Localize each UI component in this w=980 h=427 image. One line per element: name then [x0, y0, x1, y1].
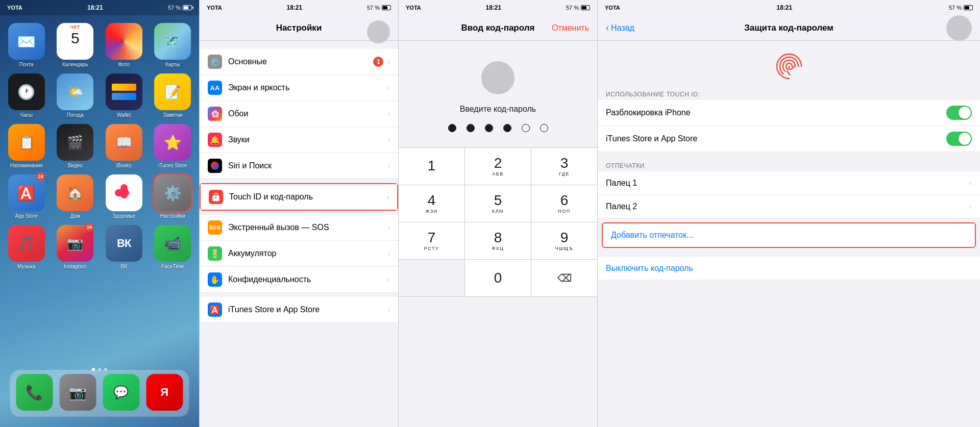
app-photos[interactable]: Фото [103, 23, 145, 67]
app-health[interactable]: Здоровье [103, 174, 145, 219]
settings-icon-screen: AA [208, 81, 222, 95]
app-app-store[interactable]: 16 🅰️ App Store [5, 174, 48, 219]
home-label: Дом [70, 213, 80, 219]
numpad-4[interactable]: 4 ЖЗИ [399, 185, 464, 222]
status-bar: YOTA 18:21 57 % [0, 0, 199, 15]
settings-nav-bar: Настройки [200, 15, 398, 41]
app-vk[interactable]: ВК ВК [103, 225, 145, 269]
numpad-7[interactable]: 7 РСТУ [399, 222, 464, 259]
itunes-store-label: iTunes Store [158, 163, 187, 168]
dock-yandex[interactable]: Я [145, 374, 184, 413]
toggle-unlock-iphone[interactable]: Разблокировка iPhone [598, 100, 980, 126]
numpad-8[interactable]: 8 ФХЦ [465, 222, 531, 259]
weather-icon: 🌤️ [57, 73, 93, 110]
vk-icon: ВК [106, 225, 142, 262]
passcode-avatar [481, 61, 514, 94]
passcode-prompt: Введите код-пароль [399, 105, 597, 114]
settings-item-touchid[interactable]: Touch ID и код-пароль › [201, 184, 397, 210]
ibooks-label: iBooks [116, 163, 132, 168]
passcode-cancel-button[interactable]: Отменить [552, 23, 589, 33]
settings-item-sos[interactable]: SOS Экстренный вызов — SOS › [200, 215, 398, 241]
numpad-6[interactable]: 6 НОП [531, 185, 597, 222]
wallet-label: Wallet [117, 112, 131, 118]
app-calendar[interactable]: ЧЕТ 5 Календарь [54, 23, 97, 67]
add-fingerprint-button[interactable]: Добавить отпечаток... [603, 223, 975, 247]
numpad-0[interactable]: 0 [465, 260, 531, 296]
settings-item-siri[interactable]: Siri и Поиск › [200, 153, 398, 179]
passcode-dot-1 [448, 124, 456, 132]
maps-icon: 🗺️ [154, 23, 191, 60]
disable-passcode-label: Выключить код-пароль [606, 264, 693, 273]
panel-home-screen: YOTA 18:21 57 % ✉️ Почта ЧЕТ 5 Календарь… [0, 0, 199, 427]
reminders-icon: 📋 [8, 124, 45, 161]
numpad-2[interactable]: 2 АБВ [465, 148, 531, 185]
settings-text-screen: Экран и яркость [228, 83, 387, 92]
numpad-3[interactable]: 3 ГДЕ [531, 148, 597, 185]
app-instagram[interactable]: 14 📷 Instagram [54, 225, 97, 269]
dock-camera[interactable]: 📷 [58, 374, 97, 413]
panel-settings: YOTA 18:21 57 % Настройки ⚙️ Основные 1 … [199, 0, 398, 427]
appstore-label: App Store [15, 213, 38, 219]
fingerprint-item-2[interactable]: Палец 2 › [598, 195, 980, 218]
numpad-1[interactable]: 1 [399, 148, 464, 185]
s2-time: 18:21 [286, 4, 302, 11]
chevron-battery: › [387, 249, 390, 258]
app-reminders[interactable]: 📋 Напоминания [5, 124, 48, 168]
touchid-back-button[interactable]: ‹ Назад [606, 22, 634, 33]
chevron-siri: › [387, 162, 390, 170]
disable-passcode-button[interactable]: Выключить код-пароль [598, 256, 980, 280]
app-music[interactable]: 🎵 Музыка [5, 225, 48, 269]
settings-item-privacy[interactable]: ✋ Конфиденциальность › [200, 267, 398, 293]
app-weather[interactable]: 🌤️ Погода [54, 73, 97, 118]
app-maps[interactable]: 🗺️ Карты [152, 23, 194, 67]
settings-text-siri: Siri и Поиск [228, 161, 387, 170]
app-grid: ✉️ Почта ЧЕТ 5 Календарь Фото 🗺️ Карты 🕐… [0, 18, 199, 274]
ibooks-icon: 📖 [106, 124, 142, 161]
calendar-label: Календарь [62, 62, 88, 67]
dock-whatsapp[interactable]: 💬 [102, 374, 141, 413]
settings-item-screen[interactable]: AA Экран и яркость › [200, 75, 398, 101]
appstore-badge: 16 [36, 172, 44, 181]
mail-label: Почта [19, 62, 34, 67]
passcode-dot-2 [467, 124, 475, 132]
settings-item-osnovnye[interactable]: ⚙️ Основные 1 › [200, 49, 398, 75]
fingerprint-1-label: Палец 1 [606, 179, 969, 188]
wallet-icon [106, 73, 142, 110]
settings-item-sounds[interactable]: 🔔 Звуки › [200, 127, 398, 153]
dock-phone[interactable]: 📞 [15, 374, 55, 413]
settings-text-sos: Экстренный вызов — SOS [228, 223, 387, 232]
settings-text-privacy: Конфиденциальность [228, 275, 387, 284]
settings-icon-osnovnye: ⚙️ [208, 55, 222, 69]
home-icon: 🏠 [57, 174, 93, 211]
chevron-itunes-appstore: › [387, 306, 390, 314]
touchid-profile-avatar [946, 15, 972, 41]
fingerprint-item-1[interactable]: Палец 1 › [598, 171, 980, 195]
app-home[interactable]: 🏠 Дом [54, 174, 97, 219]
passcode-status-bar: YOTA 18:21 57 % [399, 0, 597, 15]
settings-item-battery[interactable]: 🔋 Аккумулятор › [200, 241, 398, 267]
app-video[interactable]: 🎬 Видео [54, 124, 97, 168]
app-notes[interactable]: 📝 Заметки [152, 73, 194, 118]
chevron-sos: › [387, 223, 390, 232]
settings-item-wallpaper[interactable]: 🌸 Обои › [200, 101, 398, 127]
numpad-5[interactable]: 5 КЛМ [465, 185, 531, 222]
itunes-store-icon: ⭐ [154, 124, 191, 161]
app-ibooks[interactable]: 📖 iBooks [103, 124, 145, 168]
s2-battery: 57 % [367, 5, 391, 11]
app-wallet[interactable]: Wallet [103, 73, 145, 118]
app-itunes-store[interactable]: ⭐ iTunes Store [152, 124, 194, 168]
add-fingerprint-container: Добавить отпечаток... [602, 222, 976, 248]
app-mail[interactable]: ✉️ Почта [5, 23, 48, 67]
app-clock[interactable]: 🕐 Часы [5, 73, 48, 118]
settings-item-itunes-appstore[interactable]: 🅰️ iTunes Store и App Store › [200, 297, 398, 323]
chevron-wallpaper: › [387, 110, 390, 118]
app-settings[interactable]: ⚙️ Настройки [152, 174, 194, 219]
settings-profile-avatar [367, 20, 390, 43]
toggle-itunes-appstore[interactable]: iTunes Store и App Store [598, 126, 980, 152]
unlock-toggle-switch[interactable] [946, 106, 972, 120]
app-facetime[interactable]: 📹 FaceTime [152, 225, 194, 269]
numpad-9[interactable]: 9 ЧШЩЪ [531, 222, 597, 259]
numpad-delete[interactable]: ⌫ [531, 260, 597, 296]
itunes-toggle-switch[interactable] [946, 132, 972, 146]
health-label: Здоровье [112, 213, 135, 219]
